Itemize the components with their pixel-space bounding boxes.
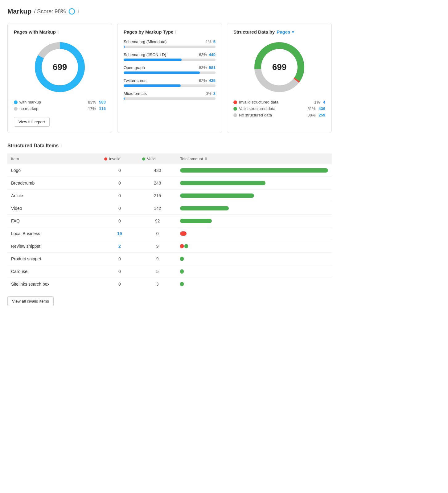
bar-cell [176, 202, 332, 215]
item-name: FAQ [7, 215, 101, 227]
dot-invalid-icon [104, 157, 107, 161]
table-row: Product snippet 0 9 [7, 253, 332, 265]
markup-name: Schema.org (JSON-LD) [124, 52, 166, 57]
bar-cell [176, 177, 332, 189]
bar-container [180, 282, 328, 286]
legend-item-with-markup: with markup 83% 583 [14, 100, 106, 104]
legend-valid-structured: Valid structured data 61% 436 [233, 106, 325, 111]
view-all-invalid-button[interactable]: View all invalid items [7, 296, 54, 306]
valid-bar [180, 282, 184, 286]
dot-valid-icon [142, 157, 145, 161]
bar-container [180, 269, 328, 274]
valid-cell: 430 [138, 164, 176, 177]
markup-bar-track [124, 46, 216, 48]
bar-container [180, 257, 328, 261]
table-body: Logo 0 430 Breadcrumb 0 248 Article 0 21… [7, 164, 332, 290]
bar-container [180, 181, 328, 185]
markup-name: Open graph [124, 65, 145, 70]
valid-count: 215 [154, 193, 161, 198]
invalid-cell: 0 [101, 177, 138, 189]
card1-info-icon[interactable]: i [58, 30, 59, 35]
bar-cell [176, 253, 332, 265]
markup-type-row: Schema.org (Microdata) 1% 5 [124, 39, 216, 48]
item-name: Article [7, 189, 101, 202]
markup-name: Twitter cards [124, 78, 146, 83]
item-name: Sitelinks search box [7, 278, 101, 291]
invalid-cell: 19 [101, 227, 138, 240]
card1-legend: with markup 83% 583 no markup 17% 116 [14, 100, 106, 111]
structured-data-table: Item Invalid Valid Total amount ⇅ [7, 153, 332, 290]
valid-cell: 9 [138, 240, 176, 253]
item-name: Video [7, 202, 101, 215]
section-info-icon[interactable]: i [60, 143, 62, 148]
markup-count: 581 [209, 65, 216, 70]
pages-by-markup-type-card: Pages by Markup Type i Schema.org (Micro… [117, 23, 222, 133]
table-header: Item Invalid Valid Total amount ⇅ [7, 153, 332, 164]
structured-data-by-card: Structured Data by Pages ▾ 699 Invalid s… [227, 23, 332, 133]
valid-cell: 0 [138, 227, 176, 240]
markup-bar-fill [124, 97, 125, 100]
markup-bar-track [124, 84, 216, 87]
valid-bar [184, 244, 188, 248]
markup-type-rows: Schema.org (Microdata) 1% 5 Schema.org (… [124, 39, 216, 100]
legend-item-no-markup: no markup 17% 116 [14, 106, 106, 111]
zero-invalid: 0 [118, 282, 121, 287]
valid-count: 5 [156, 269, 159, 274]
bar-cell [176, 189, 332, 202]
valid-count: 9 [156, 256, 159, 261]
valid-cell: 142 [138, 202, 176, 215]
card2-info-icon[interactable]: i [175, 30, 176, 35]
donut-center-1: 699 [53, 62, 67, 72]
table-row: Sitelinks search box 0 3 [7, 278, 332, 291]
table-row: Breadcrumb 0 248 [7, 177, 332, 189]
markup-pct: 1% [206, 39, 212, 44]
zero-invalid: 0 [118, 193, 121, 198]
legend-invalid-structured: Invalid structured data 1% 4 [233, 100, 325, 104]
score-label: / Score: 98% [34, 8, 66, 15]
invalid-count: 2 [118, 244, 121, 249]
sort-icon[interactable]: ⇅ [204, 157, 208, 161]
zero-invalid: 0 [118, 256, 121, 261]
markup-bar-track [124, 71, 216, 74]
header-info-icon[interactable]: i [78, 9, 79, 14]
invalid-cell: 0 [101, 278, 138, 291]
valid-cell: 215 [138, 189, 176, 202]
valid-cell: 9 [138, 253, 176, 265]
structured-data-dropdown[interactable]: Pages [277, 29, 290, 35]
markup-name: Microformats [124, 91, 147, 96]
markup-type-row: Microformats 0% 3 [124, 91, 216, 100]
valid-count: 9 [156, 244, 159, 249]
markup-type-row: Schema.org (JSON-LD) 63% 440 [124, 52, 216, 61]
item-name: Product snippet [7, 253, 101, 265]
valid-cell: 92 [138, 215, 176, 227]
valid-bar [180, 257, 184, 261]
card3-legend: Invalid structured data 1% 4 Valid struc… [233, 100, 325, 117]
markup-bar-fill [124, 59, 182, 61]
markup-bar-track [124, 97, 216, 100]
markup-count: 3 [213, 91, 216, 96]
zero-invalid: 0 [118, 206, 121, 211]
markup-pct: 0% [206, 91, 212, 96]
zero-invalid: 0 [118, 181, 121, 185]
invalid-cell: 0 [101, 164, 138, 177]
bar-container [180, 231, 328, 236]
th-item: Item [7, 153, 101, 164]
markup-pct: 83% [199, 65, 207, 70]
page-title: Markup [7, 7, 31, 15]
valid-bar [180, 269, 184, 274]
pages-with-markup-card: Pages with Markup i 699 with markup 83% … [7, 23, 112, 133]
bar-cell [176, 227, 332, 240]
table-row: FAQ 0 92 [7, 215, 332, 227]
markup-pct: 62% [199, 78, 207, 83]
valid-count: 92 [155, 218, 160, 223]
markup-count: 435 [209, 78, 216, 83]
th-valid: Valid [138, 153, 176, 164]
chevron-down-icon[interactable]: ▾ [292, 30, 294, 34]
donut-chart-3: 699 [233, 39, 325, 95]
invalid-bar [180, 231, 187, 236]
valid-bar [180, 181, 265, 185]
card3-title: Structured Data by Pages ▾ [233, 29, 325, 35]
markup-bar-track [124, 59, 216, 61]
view-full-report-button[interactable]: View full report [14, 117, 50, 127]
invalid-count: 19 [117, 231, 122, 236]
